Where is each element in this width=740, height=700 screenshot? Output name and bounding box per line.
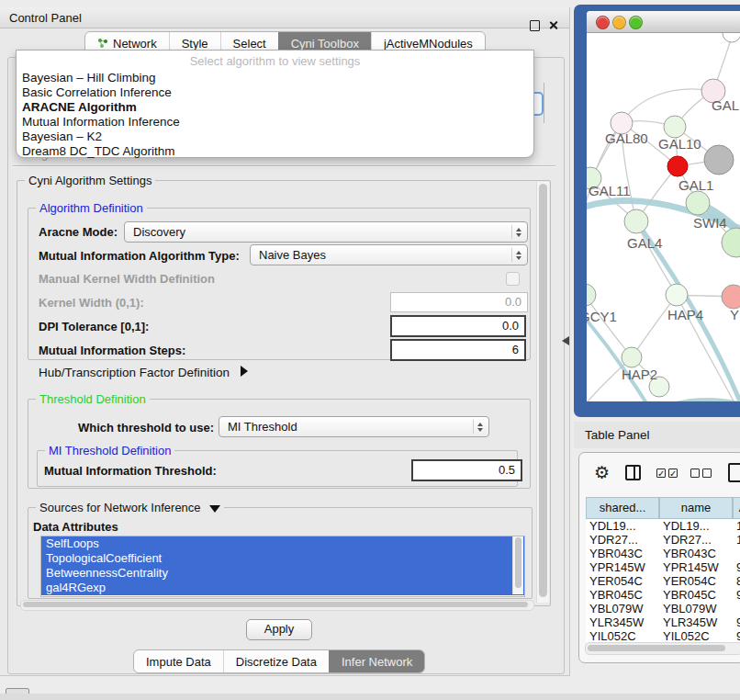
table-cell: YDR27... bbox=[663, 533, 731, 547]
node-gal10[interactable] bbox=[664, 116, 686, 138]
network-edge[interactable] bbox=[622, 123, 636, 221]
close-icon[interactable] bbox=[548, 20, 558, 30]
mi-threshold-definition-title: MI Threshold Definition bbox=[45, 444, 174, 457]
node-hap4[interactable] bbox=[666, 284, 688, 306]
column-header-name[interactable]: name bbox=[659, 497, 733, 519]
node-gal1[interactable] bbox=[686, 191, 710, 215]
node-gray[interactable] bbox=[704, 145, 734, 175]
network-canvas[interactable]: GALGAL80GAL10GAL1GAL11SWI4GAL4GCY1HAP4YH… bbox=[587, 33, 740, 401]
stepper-icon bbox=[511, 225, 524, 239]
attribute-item-gal4rgexp[interactable]: gal4RGexp bbox=[41, 581, 524, 595]
mi-type-combo[interactable]: Naive Bayes bbox=[250, 244, 528, 265]
node-hap2[interactable] bbox=[622, 347, 642, 367]
node-swi4-right[interactable] bbox=[722, 228, 740, 257]
network-edge[interactable] bbox=[632, 295, 677, 357]
settings-vscrollbar[interactable] bbox=[536, 182, 549, 603]
which-threshold-combo[interactable]: MI Threshold bbox=[219, 416, 489, 437]
deselect-all-checks-icon[interactable] bbox=[690, 469, 712, 478]
settings-hscrollbar[interactable] bbox=[20, 600, 534, 611]
table-panel-titlebar: Table Panel bbox=[574, 422, 740, 448]
table-cell: YBL079W bbox=[589, 602, 657, 615]
sources-title[interactable]: Sources for Network Inference bbox=[36, 501, 224, 514]
table-cell: 9. bbox=[736, 588, 740, 602]
algorithm-option-aracne-algorithm[interactable]: ARACNE Algorithm bbox=[17, 100, 533, 115]
close-traffic-light[interactable] bbox=[596, 16, 610, 29]
mi-steps-field[interactable]: 6 bbox=[390, 339, 526, 361]
network-view-window[interactable]: GALGAL80GAL10GAL1GAL11SWI4GAL4GCY1HAP4YH… bbox=[574, 5, 740, 417]
which-threshold-value: MI Threshold bbox=[228, 420, 297, 434]
table-panel-title: Table Panel bbox=[585, 428, 650, 442]
node-top-right[interactable] bbox=[723, 33, 740, 42]
gear-icon[interactable]: ⚙ bbox=[594, 464, 610, 481]
attributes-vscrollbar[interactable] bbox=[512, 536, 523, 594]
node-gcy1[interactable] bbox=[587, 284, 596, 306]
settings-vscrollbar-thumb[interactable] bbox=[539, 184, 547, 597]
aracne-mode-combo[interactable]: Discovery bbox=[124, 221, 528, 243]
node-gal11[interactable] bbox=[587, 167, 601, 189]
node-gal80[interactable] bbox=[611, 112, 633, 134]
network-view-titlebar[interactable] bbox=[587, 11, 740, 33]
split-columns-icon[interactable] bbox=[625, 465, 641, 480]
kernel-width-field[interactable]: 0.0 bbox=[390, 292, 528, 312]
apply-button[interactable]: Apply bbox=[246, 619, 312, 640]
table-row[interactable]: YIL052CYIL052C9. bbox=[586, 629, 740, 642]
network-edge[interactable] bbox=[587, 123, 622, 258]
table-row[interactable]: YBL079WYBL079W bbox=[586, 602, 740, 615]
algorithm-dropdown-popup: Select algorithm to view settings Bayesi… bbox=[16, 50, 534, 158]
minimize-traffic-light[interactable] bbox=[612, 16, 626, 29]
network-edge-highlight[interactable] bbox=[623, 401, 740, 401]
table-row[interactable]: YBR043CYBR043C bbox=[586, 547, 740, 560]
table-cell bbox=[736, 602, 740, 615]
tab-discretize-data[interactable]: Discretize Data bbox=[223, 650, 329, 672]
table-hscrollbar[interactable] bbox=[585, 642, 740, 655]
hub-definition-row[interactable]: Hub/Transcription Factor Definition bbox=[39, 366, 248, 379]
attributes-vscrollbar-thumb[interactable] bbox=[515, 537, 521, 588]
tab-label: Impute Data bbox=[146, 655, 211, 669]
algorithm-combo-placeholder[interactable]: Select algorithm to view settings bbox=[17, 54, 533, 68]
node-bottom[interactable] bbox=[649, 377, 669, 397]
table-row[interactable]: YLR345WYLR345W9. bbox=[586, 615, 740, 629]
network-edge[interactable] bbox=[677, 295, 740, 401]
control-panel-title: Control Panel bbox=[9, 11, 82, 25]
zoom-traffic-light[interactable] bbox=[629, 16, 643, 29]
node-salmon[interactable] bbox=[722, 285, 740, 309]
algorithm-option-dream8-dc-tdc-algorithm[interactable]: Dream8 DC_TDC Algorithm bbox=[17, 144, 533, 159]
table-cell bbox=[736, 547, 740, 560]
expand-right-icon bbox=[241, 366, 248, 377]
settings-hscrollbar-thumb[interactable] bbox=[23, 602, 528, 607]
attribute-item-selfloops[interactable]: SelfLoops bbox=[41, 536, 524, 551]
tab-label: Select bbox=[233, 37, 266, 51]
algorithm-option-bayesian-k2[interactable]: Bayesian – K2 bbox=[17, 130, 533, 144]
column-header-shared[interactable]: shared... bbox=[586, 497, 659, 519]
table-row[interactable]: YPR145WYPR145W9. bbox=[586, 560, 740, 574]
dpi-tolerance-field[interactable]: 0.0 bbox=[390, 315, 526, 337]
float-icon[interactable] bbox=[530, 20, 540, 31]
node-red[interactable] bbox=[667, 156, 688, 176]
select-all-checks-icon[interactable]: ✓ ✓ bbox=[656, 469, 678, 478]
table-row[interactable]: YDR27...YDR27...12 bbox=[586, 533, 740, 547]
attributes-listbox[interactable]: SelfLoopsTopologicalCoefficientBetweenne… bbox=[40, 536, 525, 597]
table-cell: YBR045C bbox=[589, 588, 657, 602]
attribute-item-betweennesscentrality[interactable]: BetweennessCentrality bbox=[41, 566, 524, 581]
page-icon[interactable] bbox=[728, 463, 740, 482]
table-hscrollbar-thumb[interactable] bbox=[588, 645, 725, 651]
column-header-a[interactable]: A bbox=[733, 497, 740, 519]
node-gal4[interactable] bbox=[624, 209, 648, 233]
algorithm-option-bayesian-hill-climbing[interactable]: Bayesian – Hill Climbing bbox=[17, 71, 533, 85]
tab-impute-data[interactable]: Impute Data bbox=[134, 650, 223, 672]
attribute-item-topologicalcoefficient[interactable]: TopologicalCoefficient bbox=[41, 551, 524, 566]
mi-threshold-label: Mutual Information Threshold: bbox=[44, 464, 217, 478]
table-row[interactable]: YDL19...YDL19...13 bbox=[586, 519, 740, 533]
stepper-icon bbox=[473, 420, 486, 434]
table-rows[interactable]: YDL19...YDL19...13YDR27...YDR27...12YBR0… bbox=[586, 519, 740, 642]
manual-kernel-checkbox[interactable] bbox=[506, 272, 520, 286]
tab-infer-network[interactable]: Infer Network bbox=[329, 650, 424, 672]
mi-threshold-field[interactable]: 0.5 bbox=[411, 459, 522, 481]
algorithm-option-basic-correlation-inference[interactable]: Basic Correlation Inference bbox=[17, 85, 533, 100]
table-cell: 9. bbox=[736, 629, 740, 642]
node-gal-partial[interactable] bbox=[701, 79, 725, 103]
algorithm-option-mutual-information-inference[interactable]: Mutual Information Inference bbox=[17, 115, 533, 130]
table-row[interactable]: YER054CYER054C8. bbox=[586, 574, 740, 588]
table-cell: 13 bbox=[736, 519, 740, 533]
table-row[interactable]: YBR045CYBR045C9. bbox=[586, 588, 740, 602]
